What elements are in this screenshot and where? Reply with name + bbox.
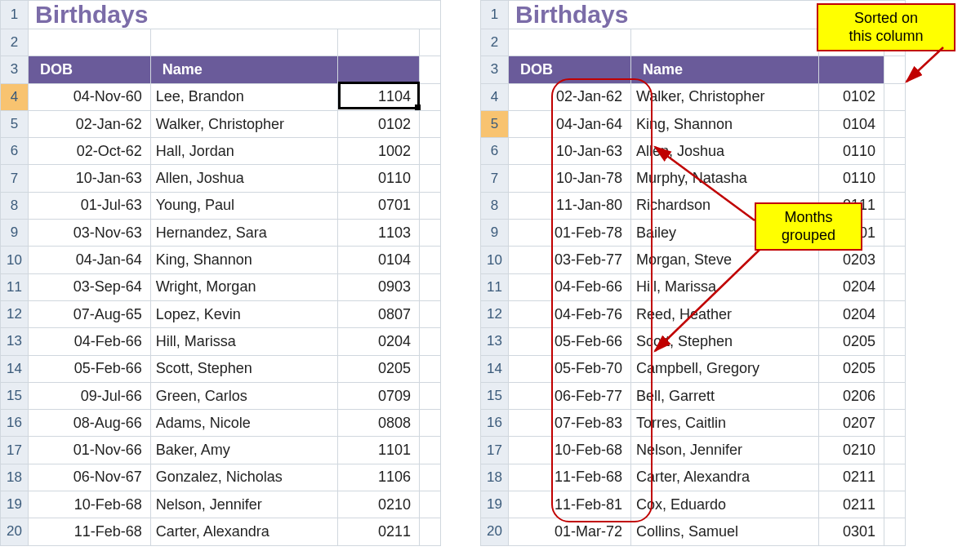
cell[interactable] bbox=[884, 138, 906, 165]
row-header[interactable]: 13 bbox=[481, 328, 509, 355]
cell-code[interactable]: 0204 bbox=[819, 300, 884, 327]
row-header[interactable]: 3 bbox=[1, 56, 29, 83]
cell-name[interactable]: Carter, Alexandra bbox=[631, 464, 819, 491]
cell-dob[interactable]: 11-Jan-80 bbox=[509, 192, 631, 219]
cell[interactable] bbox=[420, 110, 441, 137]
cell-code[interactable]: 0808 bbox=[338, 410, 420, 437]
cell-name[interactable]: Green, Carlos bbox=[150, 382, 338, 409]
cell[interactable] bbox=[420, 491, 441, 518]
cell-name[interactable]: Walker, Christopher bbox=[631, 83, 819, 110]
cell-code[interactable]: 0110 bbox=[819, 138, 884, 165]
column-header-name[interactable]: Name bbox=[631, 56, 819, 83]
cell[interactable] bbox=[420, 355, 441, 382]
cell[interactable] bbox=[338, 29, 420, 56]
cell-code[interactable]: 0301 bbox=[819, 518, 884, 545]
cell-code[interactable]: 1002 bbox=[338, 138, 420, 165]
cell-code[interactable]: 0210 bbox=[338, 491, 420, 518]
cell-name[interactable]: Hill, Marissa bbox=[631, 273, 819, 300]
row-header[interactable]: 1 bbox=[481, 1, 509, 29]
row-header[interactable]: 4 bbox=[1, 83, 29, 110]
cell-dob[interactable]: 04-Jan-64 bbox=[28, 247, 150, 273]
cell-name[interactable]: Hall, Jordan bbox=[150, 138, 338, 165]
row-header[interactable]: 19 bbox=[481, 491, 509, 518]
cell-code[interactable]: 0104 bbox=[338, 247, 420, 273]
cell[interactable] bbox=[420, 273, 441, 300]
cell-dob[interactable]: 05-Feb-66 bbox=[28, 355, 150, 382]
cell-dob[interactable]: 10-Feb-68 bbox=[28, 491, 150, 518]
cell-name[interactable]: Murphy, Natasha bbox=[631, 165, 819, 192]
cell-dob[interactable]: 07-Feb-83 bbox=[509, 410, 631, 437]
cell-name[interactable]: Bell, Garrett bbox=[631, 382, 819, 409]
cell-name[interactable]: Gonzalez, Nicholas bbox=[150, 464, 338, 491]
cell-name[interactable]: Lee, Brandon bbox=[150, 83, 338, 110]
row-header[interactable]: 6 bbox=[1, 138, 29, 165]
row-header[interactable]: 3 bbox=[481, 56, 509, 83]
row-header[interactable]: 9 bbox=[481, 220, 509, 247]
cell-code[interactable]: 1104 bbox=[338, 83, 420, 110]
cell-dob[interactable]: 10-Jan-78 bbox=[509, 165, 631, 192]
row-header[interactable]: 7 bbox=[481, 165, 509, 192]
cell-dob[interactable]: 06-Feb-77 bbox=[509, 382, 631, 409]
cell[interactable] bbox=[884, 518, 906, 545]
grid-left[interactable]: 1Birthdays23DOBName404-Nov-60Lee, Brando… bbox=[0, 0, 441, 546]
cell[interactable] bbox=[28, 29, 150, 56]
cell[interactable] bbox=[420, 29, 441, 56]
cell[interactable] bbox=[420, 247, 441, 273]
cell-code[interactable]: 0210 bbox=[819, 437, 884, 464]
row-header[interactable]: 19 bbox=[1, 491, 29, 518]
cell-code[interactable]: 0701 bbox=[338, 192, 420, 219]
cell-name[interactable]: Hill, Marissa bbox=[150, 328, 338, 355]
column-header-dob[interactable]: DOB bbox=[509, 56, 631, 83]
cell-name[interactable]: Nelson, Jennifer bbox=[150, 491, 338, 518]
cell-code[interactable]: 0104 bbox=[819, 110, 884, 137]
cell-name[interactable]: Scott, Stephen bbox=[631, 328, 819, 355]
cell[interactable] bbox=[884, 382, 906, 409]
cell[interactable] bbox=[884, 220, 906, 247]
cell-dob[interactable]: 05-Feb-66 bbox=[509, 328, 631, 355]
cell-code[interactable]: 0709 bbox=[338, 382, 420, 409]
cell-dob[interactable]: 07-Aug-65 bbox=[28, 300, 150, 327]
row-header[interactable]: 5 bbox=[1, 110, 29, 137]
cell[interactable] bbox=[884, 464, 906, 491]
column-header-dob[interactable]: DOB bbox=[28, 56, 150, 83]
cell-name[interactable]: Adams, Nicole bbox=[150, 410, 338, 437]
cell-code[interactable]: 0205 bbox=[338, 355, 420, 382]
cell-code[interactable]: 0102 bbox=[338, 110, 420, 137]
row-header[interactable]: 5 bbox=[481, 110, 509, 137]
cell[interactable] bbox=[420, 165, 441, 192]
row-header[interactable]: 9 bbox=[1, 220, 29, 247]
cell[interactable] bbox=[420, 328, 441, 355]
row-header[interactable]: 17 bbox=[481, 437, 509, 464]
grid-right[interactable]: 1Birthdays23DOBName402-Jan-62Walker, Chr… bbox=[480, 0, 906, 546]
cell[interactable] bbox=[420, 220, 441, 247]
cell[interactable] bbox=[420, 83, 441, 110]
cell-name[interactable]: Reed, Heather bbox=[631, 300, 819, 327]
row-header[interactable]: 11 bbox=[1, 273, 29, 300]
cell[interactable] bbox=[884, 355, 906, 382]
cell-code[interactable]: 0903 bbox=[338, 273, 420, 300]
cell-dob[interactable]: 03-Feb-77 bbox=[509, 247, 631, 273]
row-header[interactable]: 8 bbox=[481, 192, 509, 219]
cell[interactable] bbox=[884, 328, 906, 355]
row-header[interactable]: 14 bbox=[1, 355, 29, 382]
row-header[interactable]: 15 bbox=[481, 382, 509, 409]
row-header[interactable]: 10 bbox=[1, 247, 29, 273]
cell-code[interactable]: 0211 bbox=[819, 491, 884, 518]
row-header[interactable]: 8 bbox=[1, 192, 29, 219]
cell-name[interactable]: Allen, Joshua bbox=[150, 165, 338, 192]
row-header[interactable]: 7 bbox=[1, 165, 29, 192]
cell-dob[interactable]: 04-Feb-76 bbox=[509, 300, 631, 327]
row-header[interactable]: 1 bbox=[1, 1, 29, 29]
cell-dob[interactable]: 01-Mar-72 bbox=[509, 518, 631, 545]
row-header[interactable]: 20 bbox=[1, 518, 29, 545]
row-header[interactable]: 14 bbox=[481, 355, 509, 382]
cell-code[interactable]: 0110 bbox=[338, 165, 420, 192]
row-header[interactable]: 10 bbox=[481, 247, 509, 273]
row-header[interactable]: 4 bbox=[481, 83, 509, 110]
cell-name[interactable]: King, Shannon bbox=[631, 110, 819, 137]
cell-name[interactable]: Scott, Stephen bbox=[150, 355, 338, 382]
cell[interactable] bbox=[884, 273, 906, 300]
cell-name[interactable]: Collins, Samuel bbox=[631, 518, 819, 545]
cell[interactable] bbox=[420, 192, 441, 219]
row-header[interactable]: 12 bbox=[1, 300, 29, 327]
